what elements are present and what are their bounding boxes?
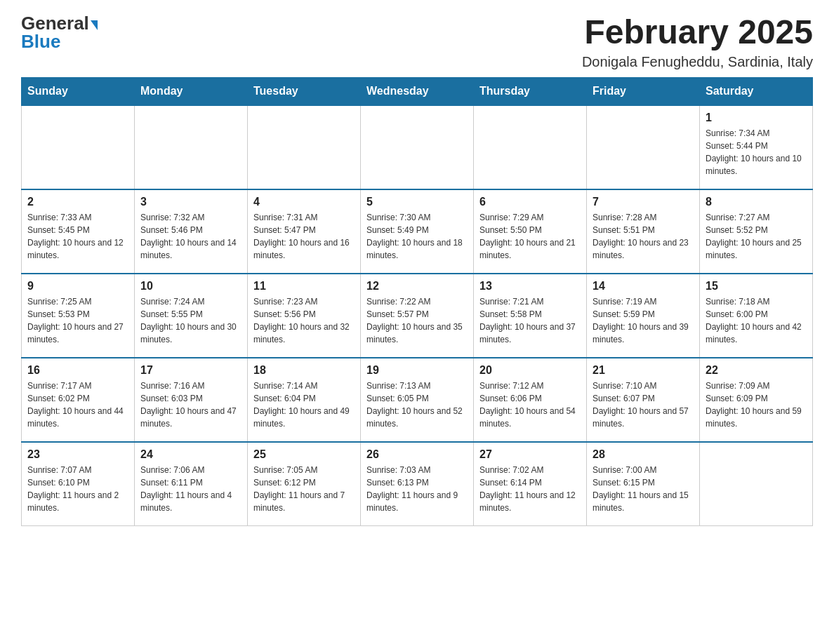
table-row: 9Sunrise: 7:25 AMSunset: 5:53 PMDaylight… <box>22 274 135 358</box>
header-friday: Friday <box>587 77 700 105</box>
day-info: Sunrise: 7:32 AMSunset: 5:46 PMDaylight:… <box>140 211 241 262</box>
table-row: 8Sunrise: 7:27 AMSunset: 5:52 PMDaylight… <box>700 189 813 274</box>
table-row: 5Sunrise: 7:30 AMSunset: 5:49 PMDaylight… <box>361 189 474 274</box>
title-block: February 2025 Donigala Fenugheddu, Sardi… <box>582 14 813 70</box>
header-tuesday: Tuesday <box>248 77 361 105</box>
table-row <box>248 105 361 189</box>
calendar-week-row: 23Sunrise: 7:07 AMSunset: 6:10 PMDayligh… <box>22 442 813 526</box>
table-row <box>474 105 587 189</box>
table-row: 13Sunrise: 7:21 AMSunset: 5:58 PMDayligh… <box>474 274 587 358</box>
calendar-table: Sunday Monday Tuesday Wednesday Thursday… <box>21 77 813 527</box>
day-number: 10 <box>140 280 241 293</box>
table-row: 14Sunrise: 7:19 AMSunset: 5:59 PMDayligh… <box>587 274 700 358</box>
day-number: 26 <box>366 448 468 461</box>
day-number: 1 <box>706 112 807 124</box>
day-info: Sunrise: 7:14 AMSunset: 6:04 PMDaylight:… <box>253 380 355 430</box>
location-text: Donigala Fenugheddu, Sardinia, Italy <box>582 54 813 70</box>
day-number: 18 <box>253 364 355 377</box>
day-info: Sunrise: 7:21 AMSunset: 5:58 PMDaylight:… <box>479 295 581 346</box>
day-number: 11 <box>253 280 355 293</box>
table-row: 25Sunrise: 7:05 AMSunset: 6:12 PMDayligh… <box>248 442 361 526</box>
day-number: 13 <box>479 280 581 293</box>
table-row: 17Sunrise: 7:16 AMSunset: 6:03 PMDayligh… <box>135 358 248 442</box>
day-number: 23 <box>27 448 128 461</box>
day-number: 24 <box>140 448 241 461</box>
calendar-week-row: 2Sunrise: 7:33 AMSunset: 5:45 PMDaylight… <box>22 189 813 274</box>
calendar-week-row: 1Sunrise: 7:34 AMSunset: 5:44 PMDaylight… <box>22 105 813 189</box>
day-info: Sunrise: 7:31 AMSunset: 5:47 PMDaylight:… <box>253 211 355 262</box>
table-row: 19Sunrise: 7:13 AMSunset: 6:05 PMDayligh… <box>361 358 474 442</box>
day-info: Sunrise: 7:06 AMSunset: 6:11 PMDaylight:… <box>140 464 241 514</box>
day-info: Sunrise: 7:17 AMSunset: 6:02 PMDaylight:… <box>27 380 128 430</box>
day-info: Sunrise: 7:27 AMSunset: 5:52 PMDaylight:… <box>706 211 807 262</box>
table-row: 18Sunrise: 7:14 AMSunset: 6:04 PMDayligh… <box>248 358 361 442</box>
day-number: 12 <box>366 280 468 293</box>
day-info: Sunrise: 7:22 AMSunset: 5:57 PMDaylight:… <box>366 295 468 346</box>
day-number: 6 <box>479 196 581 208</box>
day-number: 28 <box>593 448 694 461</box>
header-wednesday: Wednesday <box>361 77 474 105</box>
day-number: 2 <box>27 196 128 208</box>
day-number: 17 <box>140 364 241 377</box>
logo-arrow-icon <box>91 20 98 30</box>
day-info: Sunrise: 7:03 AMSunset: 6:13 PMDaylight:… <box>366 464 468 514</box>
day-info: Sunrise: 7:18 AMSunset: 6:00 PMDaylight:… <box>706 295 807 346</box>
table-row: 22Sunrise: 7:09 AMSunset: 6:09 PMDayligh… <box>700 358 813 442</box>
calendar-header-row: Sunday Monday Tuesday Wednesday Thursday… <box>22 77 813 105</box>
day-number: 22 <box>706 364 807 377</box>
day-number: 15 <box>706 280 807 293</box>
table-row: 24Sunrise: 7:06 AMSunset: 6:11 PMDayligh… <box>135 442 248 526</box>
day-info: Sunrise: 7:33 AMSunset: 5:45 PMDaylight:… <box>27 211 128 262</box>
day-info: Sunrise: 7:29 AMSunset: 5:50 PMDaylight:… <box>479 211 581 262</box>
table-row <box>361 105 474 189</box>
day-info: Sunrise: 7:09 AMSunset: 6:09 PMDaylight:… <box>706 380 807 430</box>
header-monday: Monday <box>135 77 248 105</box>
table-row: 7Sunrise: 7:28 AMSunset: 5:51 PMDaylight… <box>587 189 700 274</box>
day-number: 7 <box>593 196 694 208</box>
calendar-week-row: 16Sunrise: 7:17 AMSunset: 6:02 PMDayligh… <box>22 358 813 442</box>
day-info: Sunrise: 7:28 AMSunset: 5:51 PMDaylight:… <box>593 211 694 262</box>
month-title: February 2025 <box>582 14 813 51</box>
logo: General Blue <box>21 14 98 51</box>
day-info: Sunrise: 7:16 AMSunset: 6:03 PMDaylight:… <box>140 380 241 430</box>
day-number: 20 <box>479 364 581 377</box>
day-info: Sunrise: 7:34 AMSunset: 5:44 PMDaylight:… <box>706 127 807 177</box>
table-row: 28Sunrise: 7:00 AMSunset: 6:15 PMDayligh… <box>587 442 700 526</box>
day-info: Sunrise: 7:30 AMSunset: 5:49 PMDaylight:… <box>366 211 468 262</box>
day-number: 27 <box>479 448 581 461</box>
table-row: 15Sunrise: 7:18 AMSunset: 6:00 PMDayligh… <box>700 274 813 358</box>
day-info: Sunrise: 7:10 AMSunset: 6:07 PMDaylight:… <box>593 380 694 430</box>
table-row: 3Sunrise: 7:32 AMSunset: 5:46 PMDaylight… <box>135 189 248 274</box>
day-number: 5 <box>366 196 468 208</box>
table-row: 20Sunrise: 7:12 AMSunset: 6:06 PMDayligh… <box>474 358 587 442</box>
table-row <box>700 442 813 526</box>
day-info: Sunrise: 7:02 AMSunset: 6:14 PMDaylight:… <box>479 464 581 514</box>
logo-blue-text: Blue <box>21 32 60 51</box>
logo-top: General <box>21 14 98 32</box>
header-sunday: Sunday <box>22 77 135 105</box>
header-saturday: Saturday <box>700 77 813 105</box>
day-number: 9 <box>27 280 128 293</box>
header-thursday: Thursday <box>474 77 587 105</box>
day-number: 21 <box>593 364 694 377</box>
table-row <box>22 105 135 189</box>
day-info: Sunrise: 7:24 AMSunset: 5:55 PMDaylight:… <box>140 295 241 346</box>
day-number: 3 <box>140 196 241 208</box>
table-row: 26Sunrise: 7:03 AMSunset: 6:13 PMDayligh… <box>361 442 474 526</box>
day-info: Sunrise: 7:23 AMSunset: 5:56 PMDaylight:… <box>253 295 355 346</box>
table-row: 4Sunrise: 7:31 AMSunset: 5:47 PMDaylight… <box>248 189 361 274</box>
day-number: 14 <box>593 280 694 293</box>
day-info: Sunrise: 7:25 AMSunset: 5:53 PMDaylight:… <box>27 295 128 346</box>
day-info: Sunrise: 7:13 AMSunset: 6:05 PMDaylight:… <box>366 380 468 430</box>
day-number: 16 <box>27 364 128 377</box>
table-row <box>587 105 700 189</box>
day-info: Sunrise: 7:05 AMSunset: 6:12 PMDaylight:… <box>253 464 355 514</box>
day-number: 25 <box>253 448 355 461</box>
day-info: Sunrise: 7:12 AMSunset: 6:06 PMDaylight:… <box>479 380 581 430</box>
table-row: 6Sunrise: 7:29 AMSunset: 5:50 PMDaylight… <box>474 189 587 274</box>
day-number: 8 <box>706 196 807 208</box>
table-row: 23Sunrise: 7:07 AMSunset: 6:10 PMDayligh… <box>22 442 135 526</box>
table-row: 16Sunrise: 7:17 AMSunset: 6:02 PMDayligh… <box>22 358 135 442</box>
table-row: 21Sunrise: 7:10 AMSunset: 6:07 PMDayligh… <box>587 358 700 442</box>
table-row: 2Sunrise: 7:33 AMSunset: 5:45 PMDaylight… <box>22 189 135 274</box>
